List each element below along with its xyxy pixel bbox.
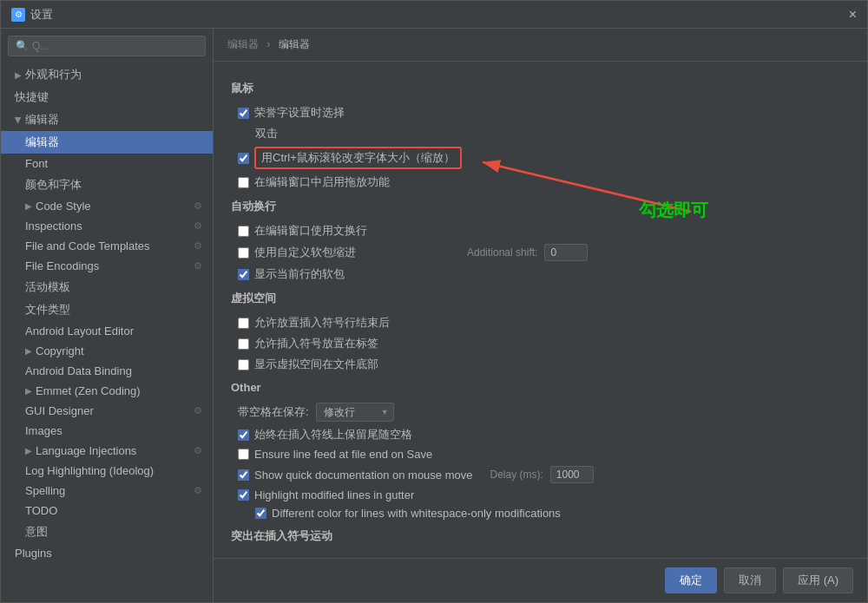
checkbox-honor-camel[interactable]: [238, 108, 249, 119]
sidebar-label: Copyright: [36, 344, 84, 357]
dialog-title: 设置: [30, 7, 53, 23]
arrow-icon: ▶: [14, 116, 23, 123]
sidebar-item-language-injections[interactable]: ▶ Language Injections ⚙: [1, 441, 213, 461]
sidebar-item-images[interactable]: Images: [1, 421, 213, 441]
strip-spaces-dropdown-wrapper[interactable]: 修改行 全部 无: [316, 403, 394, 422]
checkbox-ctrl-scroll[interactable]: [238, 153, 249, 164]
option-label: 双击: [255, 126, 278, 141]
sidebar-label: TODO: [25, 504, 57, 517]
mouse-section-title: 鼠标: [231, 81, 850, 96]
option-highlight-modified: Highlight modified lines in gutter: [231, 488, 850, 501]
sidebar-item-android-data-binding[interactable]: Android Data Binding: [1, 361, 213, 381]
sidebar-label: 意图: [25, 524, 48, 540]
other-section-title: Other: [231, 381, 850, 394]
option-trailing-space: 始终在插入符线上保留尾随空格: [231, 427, 850, 442]
sidebar-label: Log Highlighting (Ideolog): [25, 464, 154, 477]
option-label: Different color for lines with whitespac…: [272, 507, 561, 520]
delay-label: Delay (ms):: [490, 469, 542, 481]
option-label: 显示当前行的软包: [254, 266, 345, 282]
main-panel: 编辑器 › 编辑器 鼠标 荣誉字设置时选择 双击: [214, 29, 867, 602]
option-label: Show quick documentation on mouse move: [254, 469, 472, 482]
option-label: Ensure line feed at file end on Save: [254, 448, 432, 461]
sidebar-item-copyright[interactable]: ▶ Copyright: [1, 341, 213, 361]
checkbox-highlight-modified[interactable]: [238, 489, 249, 501]
option-label: 允许放置插入符号行结束后: [254, 315, 390, 331]
caret-movement-section-title: 突出在插入符号运动: [231, 528, 850, 544]
sidebar-item-intention[interactable]: 意图: [1, 521, 213, 543]
sidebar-item-font[interactable]: Font: [1, 154, 213, 174]
close-button[interactable]: ×: [849, 7, 857, 23]
cancel-button[interactable]: 取消: [724, 567, 776, 593]
settings-dialog: ⚙ 设置 × 🔍 ▶ 外观和行为 快捷键 ▶: [0, 0, 868, 603]
apply-button[interactable]: 应用 (A): [783, 567, 853, 593]
settings-icon: ⚙: [194, 405, 202, 416]
settings-icon: ⚙: [194, 240, 202, 252]
checkbox-ensure-line-feed[interactable]: [238, 449, 249, 460]
sidebar-label: 编辑器: [25, 112, 59, 128]
ok-button[interactable]: 确定: [665, 567, 717, 593]
app-icon: ⚙: [11, 8, 25, 22]
sidebar-item-todo[interactable]: TODO: [1, 501, 213, 521]
arrow-icon: ▶: [25, 446, 32, 456]
checkbox-bottom-doc[interactable]: [238, 359, 249, 370]
option-use-soft-wrap: 在编辑窗口使用文换行: [231, 223, 850, 239]
sidebar-label: Spelling: [25, 484, 65, 497]
option-label: Highlight modified lines in gutter: [254, 488, 414, 501]
settings-icon: ⚙: [194, 485, 202, 496]
sidebar-item-file-code-templates[interactable]: File and Code Templates ⚙: [1, 236, 213, 256]
delay-input[interactable]: [550, 466, 594, 483]
sidebar-item-emmet[interactable]: ▶ Emmet (Zen Coding): [1, 381, 213, 401]
sidebar-label: 活动模板: [25, 279, 70, 295]
search-box[interactable]: 🔍: [8, 36, 206, 56]
ctrl-scroll-label: 用Ctrl+鼠标滚轮改变字体大小（缩放）: [254, 147, 462, 169]
sidebar-item-spelling[interactable]: Spelling ⚙: [1, 481, 213, 501]
strip-spaces-dropdown[interactable]: 修改行 全部 无: [316, 403, 394, 422]
checkbox-custom-indent[interactable]: [238, 247, 249, 259]
search-input[interactable]: [32, 40, 198, 52]
checkbox-diff-color[interactable]: [255, 508, 266, 519]
checkbox-after-eol[interactable]: [238, 318, 249, 329]
option-double-click: 双击: [231, 126, 850, 141]
sidebar-item-live-templates[interactable]: 活动模板: [1, 276, 213, 298]
titlebar-left: ⚙ 设置: [11, 7, 53, 23]
option-bottom-doc: 显示虚拟空间在文件底部: [231, 357, 850, 372]
sidebar-label: 颜色和字体: [25, 177, 82, 193]
sidebar-label: Language Injections: [36, 444, 136, 457]
option-custom-indent: 使用自定义软包缩进 Additional shift:: [231, 244, 850, 261]
sidebar-item-code-style[interactable]: ▶ Code Style ⚙: [1, 196, 213, 216]
checkbox-trailing-space[interactable]: [238, 429, 249, 441]
sidebar-item-log-highlighting[interactable]: Log Highlighting (Ideolog): [1, 461, 213, 481]
sidebar-label: Emmet (Zen Coding): [36, 384, 141, 397]
sidebar-item-appearance[interactable]: ▶ 外观和行为: [1, 63, 213, 86]
settings-icon: ⚙: [194, 445, 202, 456]
sidebar-label: GUI Designer: [25, 404, 94, 417]
titlebar: ⚙ 设置 ×: [1, 1, 867, 29]
sidebar-item-editor[interactable]: 编辑器: [1, 131, 213, 154]
sidebar-item-file-types[interactable]: 文件类型: [1, 298, 213, 321]
strip-spaces-row: 带空格在保存: 修改行 全部 无: [231, 403, 850, 422]
breadcrumb-separator: ›: [266, 38, 270, 50]
sidebar-label: Android Data Binding: [25, 364, 132, 377]
option-honor-camel: 荣誉字设置时选择: [231, 105, 850, 121]
sidebar-item-keymap[interactable]: 快捷键: [1, 86, 213, 108]
checkbox-use-soft-wrap[interactable]: [238, 226, 249, 237]
sidebar-item-inspections[interactable]: Inspections ⚙: [1, 216, 213, 236]
sidebar-item-file-encodings[interactable]: File Encodings ⚙: [1, 256, 213, 276]
checkbox-enable-zoom[interactable]: [238, 177, 249, 188]
dialog-content: 🔍 ▶ 外观和行为 快捷键 ▶ 编辑器 编辑器: [1, 29, 867, 602]
additional-shift-input[interactable]: [544, 244, 588, 261]
sidebar-label: 外观和行为: [25, 67, 82, 82]
autowrap-section-title: 自动换行: [231, 199, 850, 214]
option-before-tag: 允许插入符号放置在标签: [231, 336, 850, 351]
sidebar-item-gui-designer[interactable]: GUI Designer ⚙: [1, 401, 213, 421]
highlighted-section: 用Ctrl+鼠标滚轮改变字体大小（缩放） 在编辑窗口中启用拖放功能: [231, 147, 850, 190]
option-label: 在编辑窗口使用文换行: [254, 223, 367, 239]
sidebar-item-plugins[interactable]: Plugins: [1, 543, 213, 563]
sidebar-item-editor-group[interactable]: ▶ 编辑器: [1, 108, 213, 131]
checkbox-show-quick-doc[interactable]: [238, 469, 249, 481]
sidebar-item-android-layout-editor[interactable]: Android Layout Editor: [1, 321, 213, 341]
checkbox-show-glyph[interactable]: [238, 269, 249, 280]
checkbox-before-tag[interactable]: [238, 338, 249, 350]
sidebar-item-color-font[interactable]: 颜色和字体: [1, 174, 213, 196]
option-label: 荣誉字设置时选择: [254, 105, 345, 121]
